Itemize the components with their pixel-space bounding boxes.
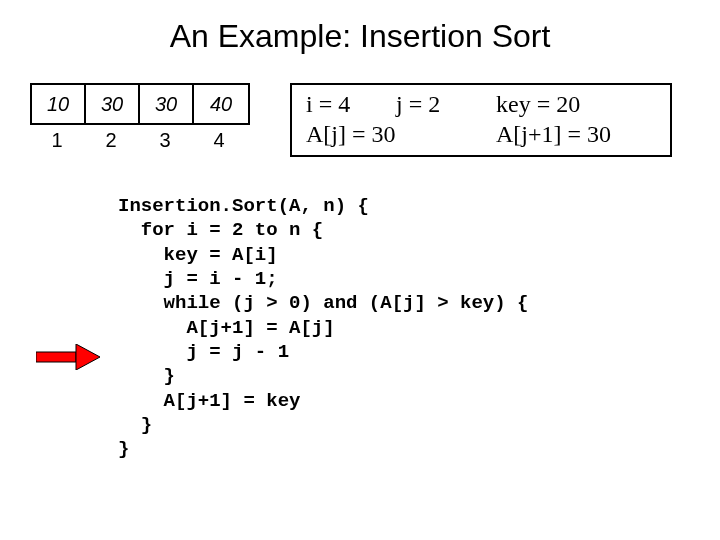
code-line: j = i - 1; <box>118 268 278 290</box>
state-j: j = 2 <box>396 89 496 119</box>
top-row: 10 30 30 40 1 2 3 4 i = 4 j = 2 key = 20… <box>0 83 720 157</box>
state-box: i = 4 j = 2 key = 20 A[j] = 30 A[j+1] = … <box>290 83 672 157</box>
code-line: } <box>118 414 152 436</box>
state-i: i = 4 <box>306 89 396 119</box>
state-row-1: i = 4 j = 2 key = 20 <box>306 89 656 119</box>
state-key: key = 20 <box>496 89 656 119</box>
code-line: A[j+1] = key <box>118 390 300 412</box>
array-cell: 10 <box>32 85 86 123</box>
code-line: } <box>118 438 129 460</box>
code-line: A[j+1] = A[j] <box>118 317 335 339</box>
code-line: j = j - 1 <box>118 341 289 363</box>
code-line: } <box>118 365 175 387</box>
code-line: for i = 2 to n { <box>118 219 323 241</box>
code-line: while (j > 0) and (A[j] > key) { <box>118 292 528 314</box>
slide-title: An Example: Insertion Sort <box>0 0 720 55</box>
array-index: 1 <box>30 129 84 152</box>
state-aj: A[j] = 30 <box>306 119 496 149</box>
array-cells: 10 30 30 40 <box>30 83 250 125</box>
code-line: key = A[i] <box>118 244 278 266</box>
array-indices: 1 2 3 4 <box>30 129 250 152</box>
state-row-2: A[j] = 30 A[j+1] = 30 <box>306 119 656 149</box>
state-ajp1: A[j+1] = 30 <box>496 119 656 149</box>
arrow-icon <box>36 344 100 370</box>
svg-marker-1 <box>76 344 100 370</box>
svg-rect-0 <box>36 352 76 362</box>
code-block: Insertion.Sort(A, n) { for i = 2 to n { … <box>118 194 528 461</box>
array-index: 2 <box>84 129 138 152</box>
array-index: 4 <box>192 129 246 152</box>
array-block: 10 30 30 40 1 2 3 4 <box>30 83 250 152</box>
array-index: 3 <box>138 129 192 152</box>
array-cell: 30 <box>140 85 194 123</box>
array-cell: 30 <box>86 85 140 123</box>
array-cell: 40 <box>194 85 248 123</box>
code-line: Insertion.Sort(A, n) { <box>118 195 369 217</box>
